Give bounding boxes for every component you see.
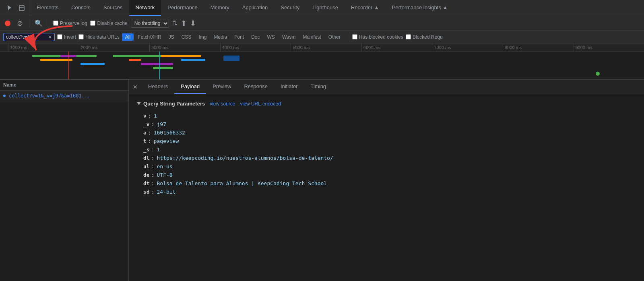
filter-clear-button[interactable]: ✕ <box>48 34 52 40</box>
detail-tab-payload[interactable]: Payload <box>174 80 206 94</box>
invert-text: Invert <box>64 34 76 40</box>
wf-bar-9 <box>161 55 201 57</box>
disable-cache-checkbox[interactable] <box>90 21 95 26</box>
tab-console[interactable]: Console <box>65 0 97 16</box>
param-row-dl: dl : https://keepcoding.io/nuestros-alum… <box>137 154 636 162</box>
tab-bar: Elements Console Sources Network Perform… <box>0 0 644 16</box>
hide-data-urls-text: Hide data URLs <box>85 34 120 40</box>
tab-sources[interactable]: Sources <box>97 0 129 16</box>
view-url-encoded-link[interactable]: view URL-encoded <box>240 101 281 107</box>
param-row-_s: _s : 1 <box>137 145 636 154</box>
hide-data-urls-checkbox[interactable] <box>78 34 84 39</box>
param-key-_s: _s <box>143 147 150 153</box>
param-row-v: v : 1 <box>137 112 636 120</box>
param-key-de: de <box>143 172 150 178</box>
request-item[interactable]: collect?v=1&_v=j97&a=1601... <box>0 91 128 101</box>
tab-elements[interactable]: Elements <box>30 0 65 16</box>
filter-other[interactable]: Other <box>325 33 344 41</box>
dock-icon[interactable] <box>17 3 27 13</box>
param-row-dt: dt : Bolsa de Talento para Alumnos | Kee… <box>137 179 636 188</box>
filter-fetch-xhr[interactable]: Fetch/XHR <box>134 33 165 41</box>
tab-performance[interactable]: Performance <box>161 0 204 16</box>
filter-row: ✕ Invert Hide data URLs All Fetch/XHR JS… <box>0 31 644 43</box>
disable-cache-text: Disable cache <box>97 21 127 26</box>
ruler-1000: 1000 ms <box>8 43 79 51</box>
filter-search-wrap: ✕ <box>3 33 55 41</box>
filter-css[interactable]: CSS <box>178 33 195 41</box>
tab-lighthouse[interactable]: Lighthouse <box>306 0 345 16</box>
throttle-select[interactable]: No throttling <box>131 19 169 28</box>
has-blocked-cookies-label[interactable]: Has blocked cookies <box>352 34 403 40</box>
record-icon <box>5 21 10 26</box>
wf-bar-selected <box>223 56 239 61</box>
param-key-dt: dt <box>143 180 150 186</box>
preserve-log-label[interactable]: Preserve log <box>53 21 87 26</box>
tab-performance-insights[interactable]: Performance insights ▲ <box>386 0 454 16</box>
filter-ws[interactable]: WS <box>264 33 278 41</box>
param-key-_v: _v <box>143 121 150 127</box>
tab-network[interactable]: Network <box>129 0 161 16</box>
has-blocked-cookies-text: Has blocked cookies <box>359 34 403 40</box>
tab-recorder[interactable]: Recorder ▲ <box>345 0 386 16</box>
param-colon-ul: : <box>151 163 155 169</box>
param-value-_s: 1 <box>157 147 160 153</box>
filter-js[interactable]: JS <box>165 33 178 41</box>
filter-media[interactable]: Media <box>211 33 230 41</box>
filter-doc[interactable]: Doc <box>248 33 263 41</box>
wf-bar-8 <box>153 67 173 69</box>
tab-memory[interactable]: Memory <box>204 0 236 16</box>
wf-bar-7 <box>141 63 173 65</box>
filter-all[interactable]: All <box>122 33 134 41</box>
param-colon-a: : <box>148 130 151 136</box>
tab-security[interactable]: Security <box>274 0 306 16</box>
invert-checkbox[interactable] <box>57 34 62 39</box>
toolbar-divider-2 <box>48 19 48 27</box>
filter-input[interactable] <box>6 34 46 40</box>
hide-data-urls-label[interactable]: Hide data URLs <box>78 34 120 40</box>
detail-tab-response[interactable]: Response <box>237 80 274 94</box>
upload-icon: ⬆ <box>181 19 187 28</box>
left-panel: Name collect?v=1&_v=j97&a=1601... <box>0 80 129 281</box>
ruler-5000: 5000 ms <box>291 43 361 51</box>
view-source-link[interactable]: view source <box>210 101 235 107</box>
param-colon-sd: : <box>151 189 155 195</box>
record-button[interactable] <box>3 19 12 28</box>
filter-wasm[interactable]: Wasm <box>279 33 299 41</box>
timeline-ruler: 1000 ms 2000 ms 3000 ms 4000 ms 5000 ms … <box>0 43 644 52</box>
collapse-triangle-icon[interactable] <box>137 102 141 105</box>
detail-tab-headers[interactable]: Headers <box>142 80 174 94</box>
section-header: Query String Parameters view source view… <box>137 101 636 107</box>
ruler-2000: 2000 ms <box>79 43 150 51</box>
detail-tab-preview[interactable]: Preview <box>206 80 237 94</box>
param-value-dl: https://keepcoding.io/nuestros-alumnos/b… <box>157 155 333 161</box>
wf-bar-10 <box>181 59 205 61</box>
blocked-requ-checkbox[interactable] <box>406 34 411 39</box>
ruler-6000: 6000 ms <box>361 43 432 51</box>
tab-application[interactable]: Application <box>236 0 275 16</box>
param-colon-dt: : <box>151 180 155 186</box>
panel-header: Name <box>0 80 128 91</box>
network-toolbar: ⊘ 🔍 Preserve log Disable cache No thrott… <box>0 16 644 31</box>
filter-img[interactable]: Img <box>195 33 210 41</box>
clear-button[interactable]: ⊘ <box>15 19 24 28</box>
preserve-log-text: Preserve log <box>60 21 87 26</box>
has-blocked-cookies-checkbox[interactable] <box>352 34 357 39</box>
param-colon-de: : <box>151 172 155 178</box>
param-key-a: a <box>143 130 147 136</box>
detail-close-button[interactable]: ✕ <box>129 80 142 94</box>
preserve-log-checkbox[interactable] <box>53 21 58 26</box>
cursor-icon[interactable] <box>5 3 14 13</box>
invert-label[interactable]: Invert <box>57 34 76 40</box>
blocked-requ-label[interactable]: Blocked Requ <box>406 34 443 40</box>
detail-tab-timing[interactable]: Timing <box>304 80 333 94</box>
filter-font[interactable]: Font <box>231 33 247 41</box>
param-row-de: de : UTF-8 <box>137 171 636 179</box>
filter-manifest[interactable]: Manifest <box>299 33 324 41</box>
tab-list: Elements Console Sources Network Perform… <box>30 0 642 16</box>
detail-tab-initiator[interactable]: Initiator <box>274 80 304 94</box>
param-row-ul: ul : en-us <box>137 162 636 171</box>
section-title: Query String Parameters <box>137 101 205 107</box>
search-button[interactable]: 🔍 <box>34 19 43 28</box>
param-colon-v: : <box>148 113 151 119</box>
disable-cache-label[interactable]: Disable cache <box>90 21 127 26</box>
